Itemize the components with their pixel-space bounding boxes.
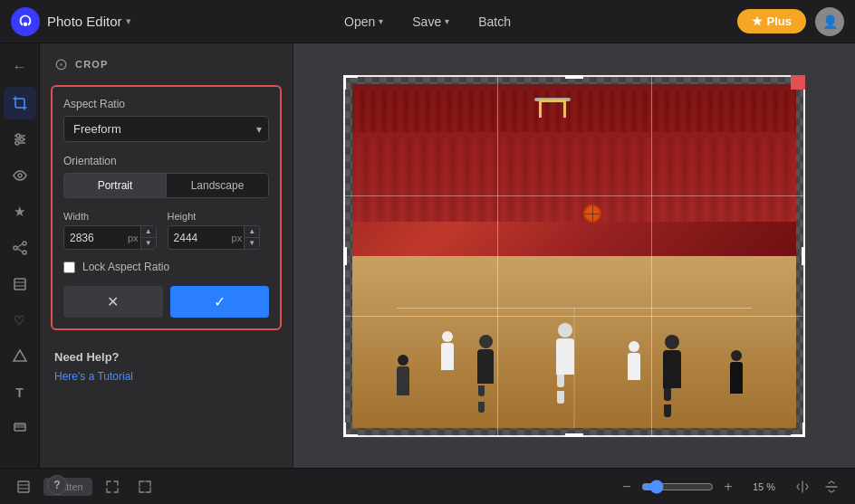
photo-background bbox=[352, 84, 796, 428]
zoom-slider[interactable] bbox=[641, 480, 714, 494]
lock-aspect-ratio-label: Lock Aspect Ratio bbox=[82, 261, 169, 273]
heart-tool-button[interactable]: ♡ bbox=[4, 304, 36, 337]
width-input[interactable] bbox=[64, 227, 128, 249]
zoom-in-button[interactable]: + bbox=[719, 479, 737, 495]
app-title-group[interactable]: Photo Editor ▾ bbox=[47, 14, 131, 29]
action-row: ✕ ✓ bbox=[63, 286, 269, 318]
open-chevron: ▾ bbox=[379, 16, 383, 26]
svg-point-0 bbox=[24, 22, 28, 26]
orientation-label: Orientation bbox=[63, 155, 269, 167]
lock-aspect-ratio-checkbox[interactable] bbox=[63, 262, 75, 273]
canvas-area bbox=[293, 43, 855, 468]
height-increment-button[interactable]: ▲ bbox=[245, 226, 259, 238]
crop-panel-box: Aspect Ratio Freeform 1:1 4:3 16:9 3:2 5… bbox=[51, 85, 282, 330]
icon-bar: ← ★ bbox=[0, 43, 40, 468]
help-section: Need Help? Here's a Tutorial bbox=[40, 341, 293, 393]
portrait-button[interactable]: Portrait bbox=[64, 174, 167, 197]
help-circle-button[interactable]: ? bbox=[47, 475, 67, 495]
width-input-wrap: px ▲ ▼ bbox=[63, 225, 157, 250]
app-title-chevron: ▾ bbox=[126, 15, 131, 27]
batch-button[interactable]: Batch bbox=[466, 9, 524, 34]
open-label: Open bbox=[344, 14, 375, 29]
shape-icon bbox=[12, 348, 28, 365]
save-chevron: ▾ bbox=[445, 16, 449, 26]
crop-icon bbox=[12, 95, 28, 111]
fit-screen-icon[interactable] bbox=[100, 474, 125, 499]
star-tool-button[interactable]: ★ bbox=[4, 195, 36, 228]
panel-header: ⊙ CROP bbox=[40, 43, 293, 81]
panel-back-button[interactable]: ⊙ bbox=[54, 56, 68, 72]
text-tool-button[interactable]: T bbox=[4, 376, 36, 409]
height-group: Height px ▲ ▼ bbox=[168, 211, 261, 250]
save-button[interactable]: Save ▾ bbox=[399, 9, 462, 34]
width-increment-button[interactable]: ▲ bbox=[141, 226, 156, 238]
crop-tool-button[interactable] bbox=[4, 87, 36, 119]
back-icon-button[interactable]: ← bbox=[4, 51, 36, 83]
help-title: Need Help? bbox=[54, 350, 278, 364]
canvas-checker bbox=[343, 75, 805, 437]
svg-point-10 bbox=[23, 251, 26, 254]
eye-tool-button[interactable] bbox=[4, 159, 36, 192]
svg-point-4 bbox=[20, 138, 24, 141]
height-decrement-button[interactable]: ▼ bbox=[245, 238, 259, 249]
lock-row: Lock Aspect Ratio bbox=[63, 261, 269, 273]
adjust-tool-button[interactable] bbox=[4, 123, 36, 156]
flip-horizontal-icon[interactable] bbox=[790, 474, 815, 499]
svg-point-7 bbox=[18, 174, 22, 177]
dimensions-row: Width px ▲ ▼ Height px bbox=[63, 211, 269, 250]
layers-tool-button[interactable] bbox=[4, 268, 36, 300]
save-label: Save bbox=[412, 14, 441, 29]
app-logo[interactable] bbox=[11, 7, 40, 36]
plus-label: Plus bbox=[767, 14, 792, 28]
svg-marker-16 bbox=[14, 350, 26, 361]
width-label: Width bbox=[63, 211, 157, 222]
height-label: Height bbox=[168, 211, 261, 222]
avatar[interactable]: 👤 bbox=[815, 7, 844, 36]
photo-container bbox=[352, 84, 796, 428]
orientation-buttons: Portrait Landscape bbox=[63, 173, 269, 198]
svg-point-2 bbox=[16, 134, 20, 138]
svg-line-11 bbox=[17, 244, 23, 248]
orientation-section: Orientation Portrait Landscape bbox=[63, 155, 269, 198]
app-title-text: Photo Editor bbox=[47, 14, 122, 29]
nodes-tool-button[interactable] bbox=[4, 232, 36, 264]
side-panel: ⊙ CROP Aspect Ratio Freeform 1:1 4:3 16:… bbox=[40, 43, 293, 468]
panel-title: CROP bbox=[75, 59, 109, 70]
brush-tool-button[interactable] bbox=[4, 413, 36, 445]
confirm-button[interactable]: ✓ bbox=[170, 286, 270, 318]
brush-icon bbox=[12, 421, 28, 437]
aspect-ratio-label: Aspect Ratio bbox=[63, 98, 269, 110]
width-decrement-button[interactable]: ▼ bbox=[141, 238, 156, 249]
layers-icon bbox=[12, 276, 28, 292]
batch-label: Batch bbox=[478, 14, 511, 29]
cancel-button[interactable]: ✕ bbox=[63, 286, 163, 318]
svg-line-12 bbox=[17, 249, 23, 252]
width-group: Width px ▲ ▼ bbox=[63, 211, 157, 250]
height-unit: px bbox=[232, 233, 245, 243]
open-button[interactable]: Open ▾ bbox=[331, 9, 396, 34]
main-area: ← ★ bbox=[0, 43, 855, 468]
svg-point-6 bbox=[15, 141, 19, 145]
aspect-ratio-select-wrap: Freeform 1:1 4:3 16:9 3:2 5:4 ▾ bbox=[63, 116, 269, 142]
star-icon: ★ bbox=[14, 204, 25, 220]
confirm-icon: ✓ bbox=[214, 293, 226, 310]
flip-vertical-icon[interactable] bbox=[819, 474, 844, 499]
width-unit: px bbox=[128, 233, 140, 243]
heart-icon: ♡ bbox=[14, 313, 25, 328]
aspect-ratio-select[interactable]: Freeform 1:1 4:3 16:9 3:2 5:4 bbox=[63, 116, 269, 142]
shape-tool-button[interactable] bbox=[4, 340, 36, 373]
help-link[interactable]: Here's a Tutorial bbox=[54, 370, 133, 383]
svg-rect-13 bbox=[14, 279, 25, 290]
adjust-icon bbox=[12, 131, 28, 147]
landscape-button[interactable]: Landscape bbox=[167, 174, 268, 197]
zoom-out-button[interactable]: − bbox=[618, 479, 636, 495]
plus-button[interactable]: ★ Plus bbox=[737, 9, 806, 33]
zoom-percentage: 15 % bbox=[743, 481, 775, 492]
layers-bottom-icon[interactable] bbox=[11, 474, 36, 499]
height-input[interactable] bbox=[168, 227, 232, 249]
expand-icon[interactable] bbox=[132, 474, 158, 499]
svg-point-9 bbox=[23, 242, 26, 245]
eye-icon bbox=[12, 167, 28, 184]
bottom-bar: Flatten − + 15 % bbox=[0, 468, 855, 504]
zoom-section: − + 15 % bbox=[618, 479, 775, 495]
